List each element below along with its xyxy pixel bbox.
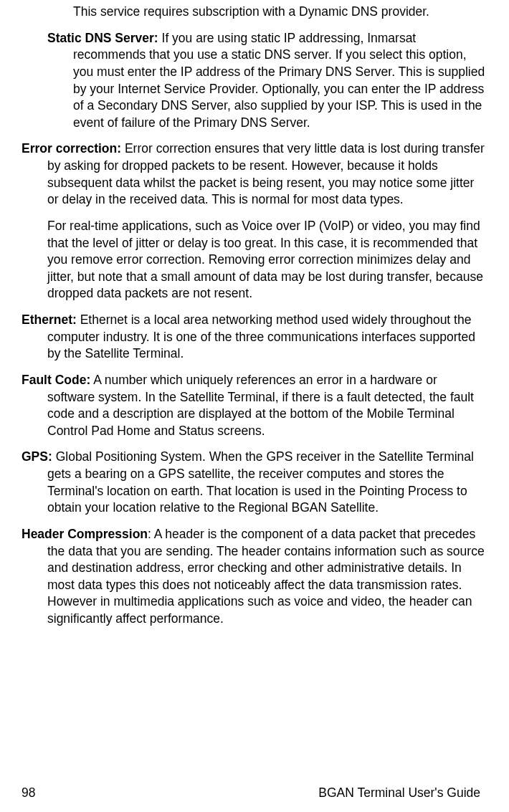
error-correction-para2: For real-time applications, such as Voic… bbox=[22, 218, 487, 302]
document-title: BGAN Terminal User's Guide bbox=[318, 785, 487, 802]
fault-code-text: A number which uniquely references an er… bbox=[47, 373, 474, 438]
error-correction-term: Error correction: bbox=[22, 141, 121, 156]
static-dns-term: Static DNS Server: bbox=[47, 31, 158, 45]
ethernet-entry: Ethernet: Ethernet is a local area netwo… bbox=[22, 312, 487, 363]
static-dns-text: If you are using static IP addressing, I… bbox=[73, 31, 485, 130]
page-content: This service requires subscription with … bbox=[22, 0, 487, 628]
gps-entry: GPS: Global Positioning System. When the… bbox=[22, 449, 487, 517]
gps-term: GPS: bbox=[22, 449, 52, 464]
header-compression-entry: Header Compression: A header is the comp… bbox=[22, 526, 487, 628]
gps-text: Global Positioning System. When the GPS … bbox=[47, 449, 474, 515]
ethernet-term: Ethernet: bbox=[22, 312, 77, 327]
fault-code-entry: Fault Code: A number which uniquely refe… bbox=[22, 372, 487, 440]
error-correction-entry: Error correction: Error correction ensur… bbox=[22, 140, 487, 209]
header-compression-term: Header Compression bbox=[22, 527, 148, 541]
intro-paragraph: This service requires subscription with … bbox=[22, 4, 487, 21]
page-number: 98 bbox=[22, 785, 35, 802]
header-compression-text: : A header is the component of a data pa… bbox=[47, 527, 485, 626]
page-footer: 98 BGAN Terminal User's Guide bbox=[0, 785, 509, 802]
fault-code-term: Fault Code: bbox=[22, 373, 90, 387]
static-dns-entry: Static DNS Server: If you are using stat… bbox=[22, 30, 487, 132]
ethernet-text: Ethernet is a local area networking meth… bbox=[47, 312, 475, 360]
